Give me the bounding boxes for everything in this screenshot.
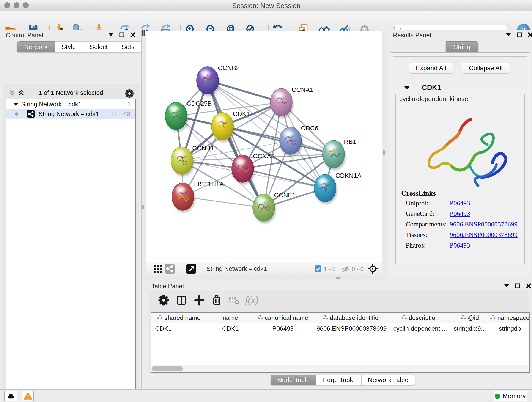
table-cell[interactable]: 9606.ENSP00000378699: [312, 323, 391, 334]
column-header-shared-name[interactable]: shared name: [151, 313, 207, 323]
protein-structure-image: [412, 105, 510, 197]
crosslink-value-link[interactable]: 9606.ENSP00000378699: [450, 231, 518, 239]
table-cell[interactable]: P06493: [254, 323, 312, 334]
node-label-CDC6: CDC6: [301, 125, 318, 132]
column-header-label: @id: [468, 314, 479, 322]
table-cell[interactable]: stringdb:9...: [449, 323, 491, 334]
column-header-description[interactable]: description: [391, 313, 449, 323]
network-tree-row[interactable]: String Network – cdk11: [6, 99, 135, 109]
right-splitter-handle[interactable]: [383, 150, 385, 155]
collapse-entry-icon[interactable]: [404, 85, 410, 90]
column-header-database-identifier[interactable]: database identifier: [312, 313, 391, 323]
table-panel-tabs: Node TableEdge TableNetwork Table: [271, 375, 415, 385]
application-window: Session: New Session: [0, 0, 532, 402]
cloud-button[interactable]: [4, 391, 17, 401]
crosslink-row: GeneCard:P06493: [406, 210, 435, 219]
table-options-gear-icon[interactable]: [158, 294, 170, 306]
crosslink-row: Uniprot:P06493: [406, 199, 428, 209]
title-bar: Session: New Session: [0, 0, 532, 11]
crosslink-value-link[interactable]: 9606.ENSP00000378699: [450, 220, 518, 228]
table-panel-collapse-icon[interactable]: [504, 283, 510, 289]
table-cell[interactable]: CDK1: [151, 323, 207, 334]
network-options-gear-icon[interactable]: [124, 89, 134, 99]
shared-column-tree-icon: [401, 314, 407, 322]
delete-table-icon[interactable]: [228, 294, 240, 306]
column-header-name[interactable]: name: [207, 313, 254, 323]
crosslink-value-link[interactable]: P06493: [450, 242, 470, 249]
network-node-CCNE1[interactable]: CCNE1: [253, 191, 296, 224]
network-list-header: 1 of 1 Network selected: [3, 88, 139, 99]
tab-style[interactable]: Style: [55, 41, 83, 52]
control-panel-float-icon[interactable]: [119, 32, 125, 38]
table-row[interactable]: CDK1CDK1P064939606.ENSP00000378699cyclin…: [151, 323, 529, 334]
network-node-HIST1H1A[interactable]: HIST1H1A: [172, 181, 224, 213]
column-header-canonical-name[interactable]: canonical name: [254, 313, 312, 323]
cloud-icon: [7, 393, 15, 399]
table-panel-close-icon[interactable]: [526, 283, 532, 289]
column-header--id[interactable]: @id: [449, 313, 491, 323]
share-network-icon[interactable]: [165, 264, 175, 274]
table-cell[interactable]: stringdb: [490, 323, 529, 334]
table-panel-float-icon[interactable]: [515, 283, 520, 289]
hidden-eye-slash-icon[interactable]: [342, 265, 350, 274]
network-node-CDK1[interactable]: CDK1: [211, 110, 250, 142]
network-canvas[interactable]: CCNB2CCNA1CDC25BCDK1CDC6RB1CCNB1CCNA2CDK…: [146, 31, 382, 262]
grid-view-icon[interactable]: [153, 264, 163, 274]
scrollbar-thumb[interactable]: [152, 366, 183, 371]
tab-edge-table[interactable]: Edge Table: [317, 375, 361, 385]
tab-network-table[interactable]: Network Table: [361, 375, 415, 385]
edge-HIST1H1A-CCNE1[interactable]: [183, 197, 264, 208]
table-horizontal-scrollbar[interactable]: [151, 365, 529, 372]
edge-CCNB2-CCNE1[interactable]: [208, 80, 264, 208]
table-panel: Table Panel f(x) shared namenamecanonica…: [142, 281, 532, 389]
create-column-icon[interactable]: [193, 294, 205, 306]
memory-button[interactable]: Memory: [494, 391, 527, 401]
network-node-CDC25B[interactable]: CDC25B: [165, 100, 212, 132]
column-header-namespace[interactable]: namespace: [490, 313, 529, 323]
fit-selected-crosshair-icon[interactable]: [367, 264, 378, 274]
tab-network[interactable]: Network: [17, 41, 55, 52]
tab-select[interactable]: Select: [83, 41, 115, 52]
warning-icon: [24, 392, 32, 400]
warnings-button[interactable]: [22, 391, 34, 401]
function-builder-icon[interactable]: f(x): [245, 294, 266, 306]
results-panel-float-icon[interactable]: [516, 32, 522, 38]
gene-entry-header[interactable]: CDK1: [393, 82, 527, 93]
delete-column-trash-icon[interactable]: [211, 294, 223, 306]
column-header-label: name: [222, 314, 238, 322]
tab-node-table[interactable]: Node Table: [271, 375, 317, 385]
node-count: 11: [111, 110, 118, 118]
table-cell[interactable]: CDK1: [207, 323, 254, 334]
crosslink-value-link[interactable]: P06493: [450, 199, 470, 207]
left-splitter-handle[interactable]: [142, 205, 144, 210]
control-panel-close-icon[interactable]: [130, 32, 136, 38]
tab-string[interactable]: String: [446, 41, 478, 52]
column-header-label: shared name: [165, 314, 201, 322]
network-node-CDKN1A[interactable]: CDKN1A: [314, 172, 361, 204]
network-tree-row[interactable]: String Network – cdk11148: [6, 109, 135, 119]
crosslink-value-link[interactable]: P06493: [450, 210, 470, 217]
selected-checkbox-icon[interactable]: [315, 265, 322, 272]
network-node-CCNB2[interactable]: CCNB2: [196, 64, 240, 96]
expand-all-button[interactable]: Expand All: [409, 63, 453, 74]
results-panel-title: Results Panel: [393, 32, 431, 39]
table-cell[interactable]: cyclin-dependent ...: [391, 323, 449, 334]
show-columns-icon[interactable]: [176, 294, 187, 306]
tree-expander-icon[interactable]: [13, 101, 21, 108]
results-panel-collapse-icon[interactable]: [505, 32, 511, 38]
node-table: shared namenamecanonical namedatabase id…: [151, 312, 530, 373]
network-node-RB1[interactable]: RB1: [323, 138, 356, 170]
gene-entry-box: CDK1 cyclin-dependent kinase 1: [393, 82, 527, 266]
bottom-splitter-handle[interactable]: [336, 277, 341, 279]
crosslinks-title: CrossLinks: [401, 189, 436, 198]
shared-column-tree-icon: [323, 314, 328, 322]
network-node-CCNB1[interactable]: CCNB1: [171, 145, 214, 177]
tab-sets[interactable]: Sets: [115, 41, 142, 52]
results-panel-close-icon[interactable]: [527, 32, 532, 38]
control-panel-collapse-icon[interactable]: [108, 32, 114, 38]
collapse-all-button[interactable]: Collapse All: [462, 63, 510, 74]
table-groupbox: f(x) shared namenamecanonical namedataba…: [149, 291, 530, 374]
network-node-CDC6[interactable]: CDC6: [279, 125, 318, 157]
network-label: String Network – cdk1: [38, 110, 99, 118]
birdseye-view-icon[interactable]: [186, 264, 196, 274]
